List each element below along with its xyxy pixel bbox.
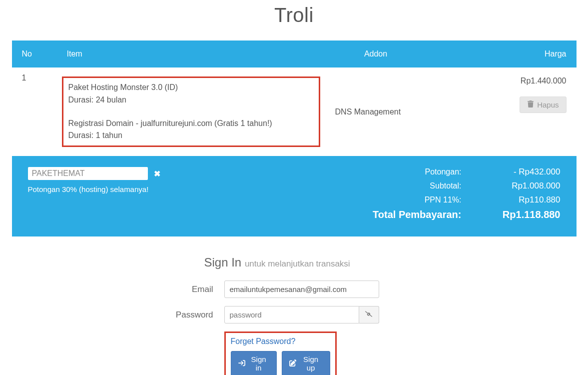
signin-button[interactable]: Sign in bbox=[231, 351, 277, 375]
email-label: Email bbox=[104, 284, 224, 294]
col-header-addon: Addon bbox=[325, 40, 427, 68]
item-duration: Durasi: 24 bulan bbox=[68, 94, 314, 106]
item-highlight-box: Paket Hosting Monster 3.0 (ID) Durasi: 2… bbox=[62, 76, 320, 147]
addon-value: DNS Management bbox=[325, 68, 427, 156]
page-title: Troli bbox=[12, 4, 577, 26]
signup-button[interactable]: Sign up bbox=[282, 351, 330, 375]
signin-label: Sign in bbox=[248, 355, 269, 372]
table-row: 1 Paket Hosting Monster 3.0 (ID) Durasi:… bbox=[12, 68, 577, 156]
password-label: Password bbox=[104, 310, 224, 320]
total-value: Rp1.118.880 bbox=[486, 209, 561, 220]
row-no: 1 bbox=[12, 68, 57, 156]
col-header-item: Item bbox=[57, 40, 325, 68]
trash-icon bbox=[527, 100, 534, 109]
password-field[interactable] bbox=[224, 306, 359, 324]
password-visibility-toggle[interactable] bbox=[359, 306, 379, 324]
signin-subheading: untuk melanjutkan transaksi bbox=[245, 259, 350, 268]
subtotal-label: Subtotal: bbox=[382, 182, 462, 190]
subtotal-value: Rp1.008.000 bbox=[486, 181, 561, 191]
summary-panel: ✖ Potongan 30% (hosting) selamanya! Poto… bbox=[12, 156, 577, 236]
signin-heading: Sign In bbox=[204, 256, 242, 269]
signup-label: Sign up bbox=[299, 355, 323, 372]
col-header-no: No bbox=[12, 40, 57, 68]
promo-description: Potongan 30% (hosting) selamanya! bbox=[28, 185, 160, 194]
eye-slash-icon bbox=[365, 310, 372, 319]
signin-action-highlight-box: Forget Password? Sign in Sign up bbox=[224, 332, 337, 375]
potongan-label: Potongan: bbox=[382, 168, 462, 176]
potongan-value: - Rp432.000 bbox=[486, 167, 561, 177]
item-title: Paket Hosting Monster 3.0 (ID) bbox=[68, 82, 314, 94]
delete-label: Hapus bbox=[537, 100, 559, 109]
col-header-harga: Harga bbox=[427, 40, 577, 68]
close-icon: ✖ bbox=[154, 170, 160, 178]
cart-table: No Item Addon Harga 1 Paket Hosting Mons… bbox=[12, 40, 577, 156]
row-price: Rp1.440.000 bbox=[437, 76, 567, 86]
delete-button[interactable]: Hapus bbox=[520, 96, 566, 113]
edit-icon bbox=[289, 360, 296, 368]
promo-clear-button[interactable]: ✖ bbox=[154, 169, 160, 178]
forget-password-link[interactable]: Forget Password? bbox=[231, 337, 296, 346]
signin-icon bbox=[238, 360, 245, 368]
email-field[interactable] bbox=[224, 280, 379, 298]
total-label: Total Pembayaran: bbox=[373, 209, 461, 220]
item-domain-duration: Durasi: 1 tahun bbox=[68, 130, 314, 142]
item-domain: Registrasi Domain - jualfurniturejuni.co… bbox=[68, 118, 314, 130]
ppn-value: Rp110.880 bbox=[486, 195, 561, 205]
promo-code-input[interactable] bbox=[28, 167, 148, 180]
ppn-label: PPN 11%: bbox=[382, 196, 462, 204]
